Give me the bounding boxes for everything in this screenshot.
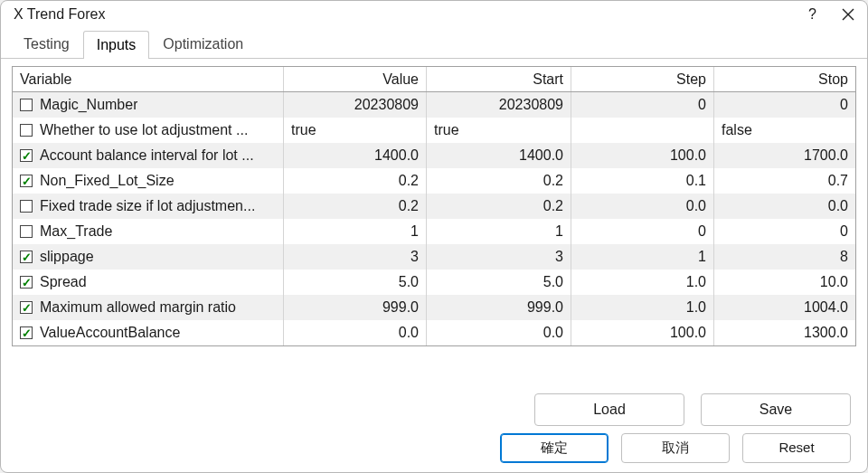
table-row[interactable]: Fixed trade size if lot adjustmen...0.20… [13,194,855,219]
col-start-cell[interactable]: 0.2 [427,168,571,194]
header-start[interactable]: Start [427,67,571,91]
grid-header: Variable Value Start Step Stop [13,67,855,92]
variable-label: Magic_Number [40,97,137,113]
header-stop[interactable]: Stop [714,67,855,91]
col-step-cell[interactable] [571,118,714,143]
col-value-cell[interactable]: true [284,118,427,143]
variable-label: Maximum allowed margin ratio [40,299,236,316]
table-row[interactable]: Non_Fixed_Lot_Size0.20.20.10.7 [13,168,855,194]
inputs-grid: Variable Value Start Step Stop Magic_Num… [12,66,856,346]
col-stop-cell[interactable]: 8 [714,244,855,270]
table-row[interactable]: Magic_Number202308092023080900 [13,92,855,118]
col-stop-cell[interactable]: 1004.0 [714,295,855,320]
table-row[interactable]: Whether to use lot adjustment ...truetru… [13,118,855,143]
col-start-cell[interactable]: 5.0 [427,270,571,295]
header-variable[interactable]: Variable [13,67,284,91]
col-step-cell[interactable]: 0.0 [571,194,714,219]
col-stop-cell[interactable]: 0.7 [714,168,855,194]
ok-button[interactable]: 確定 [500,433,609,463]
row-checkbox[interactable] [20,200,33,213]
col-step-cell[interactable]: 100.0 [571,320,714,345]
variable-cell[interactable]: ValueAccountBalance [13,320,284,345]
col-value-cell[interactable]: 20230809 [284,92,427,118]
header-value[interactable]: Value [284,67,427,91]
save-button[interactable]: Save [701,393,851,426]
col-start-cell[interactable]: 1 [427,219,571,244]
col-start-cell[interactable]: 1400.0 [427,143,571,168]
variable-cell[interactable]: Spread [13,270,284,295]
variable-cell[interactable]: Fixed trade size if lot adjustmen... [13,194,284,219]
col-step-cell[interactable]: 0.1 [571,168,714,194]
col-stop-cell[interactable]: 1700.0 [714,143,855,168]
col-step-cell[interactable]: 1.0 [571,270,714,295]
row-checkbox[interactable] [20,326,33,339]
variable-cell[interactable]: Magic_Number [13,92,284,118]
variable-cell[interactable]: Non_Fixed_Lot_Size [13,168,284,194]
panel-buttons: Load Save [1,384,867,428]
col-stop-cell[interactable]: 0 [714,219,855,244]
variable-label: Fixed trade size if lot adjustmen... [40,198,255,214]
row-checkbox[interactable] [20,124,33,137]
col-value-cell[interactable]: 3 [284,244,427,270]
table-row[interactable]: Maximum allowed margin ratio999.0999.01.… [13,295,855,320]
inputs-panel: Variable Value Start Step Stop Magic_Num… [1,59,867,384]
col-start-cell[interactable]: 20230809 [427,92,571,118]
table-row[interactable]: Spread5.05.01.010.0 [13,270,855,295]
variable-label: ValueAccountBalance [40,325,180,341]
table-row[interactable]: Max_Trade1100 [13,219,855,244]
variable-label: Non_Fixed_Lot_Size [40,173,175,189]
row-checkbox[interactable] [20,225,33,238]
col-value-cell[interactable]: 1400.0 [284,143,427,168]
col-value-cell[interactable]: 0.2 [284,168,427,194]
variable-cell[interactable]: Account balance interval for lot ... [13,143,284,168]
col-start-cell[interactable]: 0.0 [427,320,571,345]
row-checkbox[interactable] [20,251,33,263]
col-step-cell[interactable]: 1.0 [571,295,714,320]
col-stop-cell[interactable]: 10.0 [714,270,855,295]
variable-cell[interactable]: Max_Trade [13,219,284,244]
row-checkbox[interactable] [20,99,33,111]
titlebar: X Trend Forex ? [1,1,867,26]
col-stop-cell[interactable]: 1300.0 [714,320,855,345]
row-checkbox[interactable] [20,276,33,289]
col-value-cell[interactable]: 1 [284,219,427,244]
reset-button[interactable]: Reset [742,433,851,463]
dialog-buttons: 確定 取消 Reset [1,428,867,472]
col-start-cell[interactable]: 3 [427,244,571,270]
col-step-cell[interactable]: 1 [571,244,714,270]
variable-label: Whether to use lot adjustment ... [40,122,248,138]
col-step-cell[interactable]: 0 [571,92,714,118]
row-checkbox[interactable] [20,301,33,314]
cancel-button[interactable]: 取消 [621,433,730,463]
col-stop-cell[interactable]: false [714,118,855,143]
load-button[interactable]: Load [534,393,684,426]
col-step-cell[interactable]: 100.0 [571,143,714,168]
col-stop-cell[interactable]: 0.0 [714,194,855,219]
col-value-cell[interactable]: 5.0 [284,270,427,295]
help-icon[interactable]: ? [808,7,816,22]
row-checkbox[interactable] [20,149,33,162]
variable-label: Max_Trade [40,223,112,240]
col-start-cell[interactable]: 0.2 [427,194,571,219]
tab-optimization[interactable]: Optimization [149,30,257,58]
variable-cell[interactable]: slippage [13,244,284,270]
variable-cell[interactable]: Whether to use lot adjustment ... [13,118,284,143]
tab-testing[interactable]: Testing [10,30,83,58]
col-value-cell[interactable]: 0.0 [284,320,427,345]
table-row[interactable]: Account balance interval for lot ...1400… [13,143,855,168]
row-checkbox[interactable] [20,175,33,187]
col-start-cell[interactable]: 999.0 [427,295,571,320]
titlebar-controls: ? [808,7,854,22]
window-title: X Trend Forex [14,6,105,23]
col-value-cell[interactable]: 999.0 [284,295,427,320]
table-row[interactable]: slippage3318 [13,244,855,270]
variable-cell[interactable]: Maximum allowed margin ratio [13,295,284,320]
col-step-cell[interactable]: 0 [571,219,714,244]
col-value-cell[interactable]: 0.2 [284,194,427,219]
tab-inputs[interactable]: Inputs [83,31,150,59]
table-row[interactable]: ValueAccountBalance0.00.0100.01300.0 [13,320,855,345]
col-stop-cell[interactable]: 0 [714,92,855,118]
col-start-cell[interactable]: true [427,118,571,143]
header-step[interactable]: Step [571,67,714,91]
close-icon[interactable] [842,8,854,21]
